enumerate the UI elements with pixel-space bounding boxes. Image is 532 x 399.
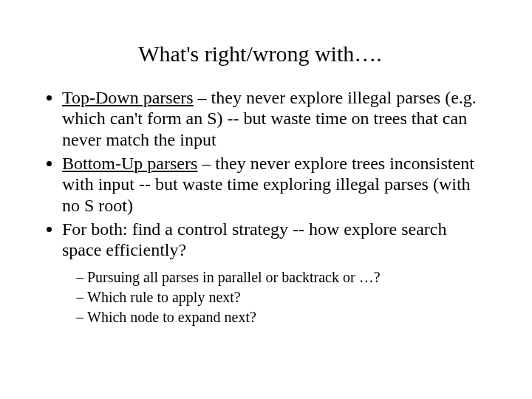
sub-bullet-item: Pursuing all parses in parallel or backt… — [87, 268, 485, 287]
bullet-list: Top-Down parsers – they never explore il… — [35, 87, 485, 327]
slide: What's right/wrong with…. Top-Down parse… — [0, 0, 532, 399]
bullet-lead: Top-Down parsers — [62, 88, 194, 107]
bullet-text: For both: find a control strategy -- how… — [62, 219, 447, 259]
sub-bullet-item: Which node to expand next? — [87, 308, 485, 327]
slide-title: What's right/wrong with…. — [35, 41, 485, 66]
sub-bullet-item: Which rule to apply next? — [87, 288, 485, 307]
bullet-item: Top-Down parsers – they never explore il… — [62, 87, 485, 150]
bullet-item: Bottom-Up parsers – they never explore t… — [62, 153, 485, 216]
bullet-item: For both: find a control strategy -- how… — [62, 219, 485, 327]
bullet-lead: Bottom-Up parsers — [62, 154, 197, 173]
sub-bullet-list: Pursuing all parses in parallel or backt… — [62, 268, 485, 327]
